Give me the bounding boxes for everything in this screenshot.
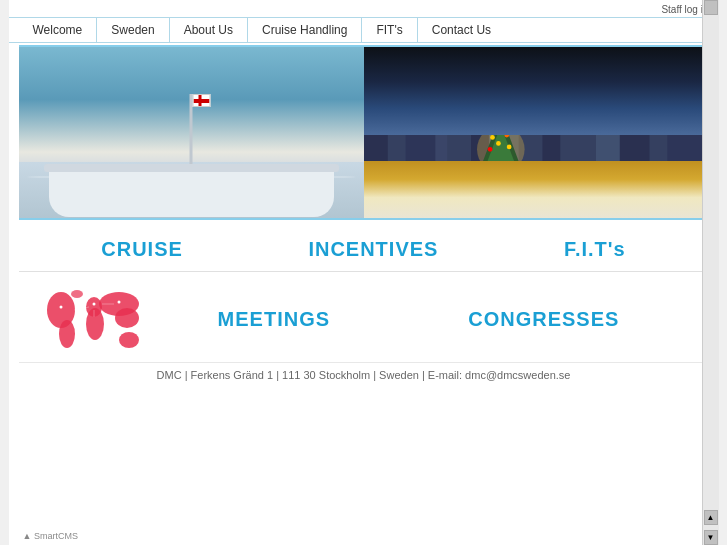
- cms-label: ▲ SmartCMS: [23, 531, 78, 541]
- service-cruise[interactable]: CRUISE: [101, 238, 183, 261]
- svg-point-35: [490, 135, 495, 140]
- svg-point-53: [92, 303, 95, 306]
- nav-item-cruise-handling[interactable]: Cruise Handling: [248, 18, 362, 42]
- svg-rect-31: [661, 177, 703, 209]
- scrollbar-up-button[interactable]: ▲: [704, 510, 718, 525]
- svg-rect-24: [364, 171, 709, 220]
- svg-point-55: [117, 301, 120, 304]
- svg-point-37: [496, 141, 501, 146]
- svg-rect-23: [670, 64, 675, 70]
- svg-rect-26: [423, 183, 459, 209]
- services-row1: CRUISE INCENTIVES F.I.T's: [19, 220, 709, 272]
- staff-login-bar: Staff log in: [9, 0, 719, 17]
- svg-rect-4: [435, 90, 453, 173]
- svg-point-47: [115, 308, 139, 328]
- svg-point-38: [487, 147, 492, 152]
- svg-rect-40: [364, 206, 709, 220]
- svg-rect-0: [364, 47, 709, 126]
- hero-section: [19, 45, 709, 220]
- hero-ship-image: [19, 47, 364, 220]
- footer-text: DMC | Ferkens Gränd 1 | 111 30 Stockholm…: [157, 369, 571, 381]
- svg-rect-16: [417, 80, 422, 86]
- nav-item-welcome[interactable]: Welcome: [19, 18, 98, 42]
- svg-point-39: [506, 145, 511, 150]
- svg-rect-15: [409, 76, 414, 82]
- svg-rect-13: [649, 84, 673, 173]
- bottom-section: MEETINGS CONGRESSES: [19, 272, 709, 362]
- svg-rect-19: [522, 68, 527, 74]
- svg-rect-10: [560, 66, 602, 173]
- cms-badge: ▲ SmartCMS: [23, 531, 78, 541]
- svg-point-45: [86, 308, 104, 340]
- svg-point-36: [504, 133, 509, 138]
- scrollbar-down-button[interactable]: ▼: [704, 530, 718, 545]
- svg-rect-30: [617, 181, 655, 208]
- footer-bar: DMC | Ferkens Gränd 1 | 111 30 Stockholm…: [19, 362, 709, 385]
- scrollbar[interactable]: ▲ ▼: [702, 0, 719, 545]
- svg-rect-25: [375, 179, 417, 209]
- nav-bar: Welcome Sweden About Us Cruise Handling …: [9, 17, 719, 43]
- svg-point-54: [59, 306, 62, 309]
- nav-item-about-us[interactable]: About Us: [170, 18, 248, 42]
- scrollbar-thumb[interactable]: [704, 0, 718, 15]
- world-map: [39, 282, 149, 357]
- page-wrapper: Staff log in Welcome Sweden About Us Cru…: [9, 0, 719, 545]
- svg-point-48: [119, 332, 139, 348]
- svg-rect-18: [461, 72, 466, 78]
- service-congresses[interactable]: CONGRESSES: [468, 308, 619, 331]
- service-incentives[interactable]: INCENTIVES: [308, 238, 438, 261]
- hero-city-image: [364, 47, 709, 220]
- svg-rect-28: [518, 180, 560, 209]
- service-fits[interactable]: F.I.T's: [564, 238, 626, 261]
- services-row2: MEETINGS CONGRESSES: [149, 308, 689, 331]
- svg-rect-11: [595, 90, 625, 173]
- svg-point-43: [59, 320, 75, 348]
- svg-rect-20: [530, 78, 535, 84]
- svg-rect-21: [563, 76, 568, 82]
- nav-item-contact-us[interactable]: Contact Us: [418, 18, 505, 42]
- svg-rect-7: [488, 84, 524, 173]
- svg-rect-22: [572, 84, 577, 90]
- nav-item-fits[interactable]: FIT's: [362, 18, 417, 42]
- svg-point-49: [71, 290, 83, 298]
- svg-rect-29: [566, 178, 611, 209]
- service-meetings[interactable]: MEETINGS: [218, 308, 330, 331]
- nav-item-sweden[interactable]: Sweden: [97, 18, 169, 42]
- svg-rect-27: [465, 176, 513, 209]
- svg-rect-17: [453, 64, 458, 70]
